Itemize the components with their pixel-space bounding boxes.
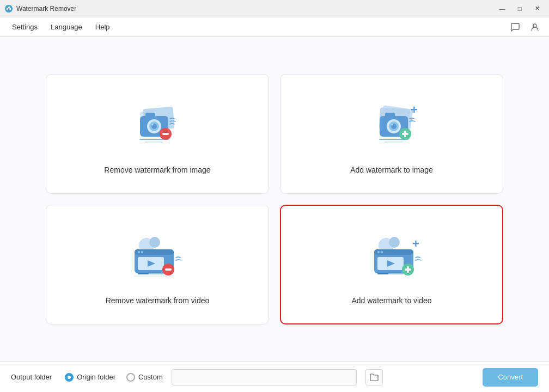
output-folder-label: Output folder [11,373,52,381]
svg-point-39 [138,251,140,253]
radio-custom-circle [126,373,135,382]
cards-grid: Remove watermark from image [46,74,503,324]
svg-rect-43 [165,268,172,271]
card-add-video[interactable]: + Add watermark to video [280,205,503,324]
add-video-label: Add watermark to video [351,296,431,305]
browse-folder-button[interactable] [365,369,383,385]
radio-custom[interactable]: Custom [126,373,163,382]
convert-button[interactable]: Convert [483,368,538,387]
svg-rect-16 [162,133,169,135]
svg-point-12 [152,124,154,126]
svg-point-2 [8,8,10,10]
svg-point-32 [149,237,160,248]
remove-video-illustration [125,228,190,287]
radio-group: Origin folder Custom [65,373,163,382]
menu-help[interactable]: Help [90,21,115,33]
minimize-button[interactable]: — [495,3,510,14]
remove-video-label: Remove watermark from video [106,296,210,305]
chat-icon-button[interactable] [508,20,523,35]
remove-image-illustration [125,97,190,157]
user-icon [530,22,540,32]
folder-icon [370,373,379,381]
menu-settings[interactable]: Settings [7,21,43,33]
menu-bar: Settings Language Help [0,17,549,37]
user-icon-button[interactable] [527,20,542,35]
svg-point-45 [389,237,400,248]
card-remove-video[interactable]: Remove watermark from video [46,205,269,324]
svg-point-24 [392,124,393,126]
svg-text:+: + [411,103,418,117]
app-title: Watermark Remover [16,5,76,13]
svg-rect-29 [404,131,406,137]
svg-point-53 [381,251,383,253]
bottom-bar: Output folder Origin folder Custom Conve… [0,362,549,392]
custom-label: Custom [138,373,163,381]
svg-rect-34 [135,249,174,255]
svg-rect-56 [407,266,409,273]
app-icon [4,4,13,13]
card-remove-image[interactable]: Remove watermark from image [46,74,269,194]
svg-rect-38 [138,273,149,274]
menu-language[interactable]: Language [45,21,88,33]
svg-point-52 [377,251,380,253]
menu-items: Settings Language Help [7,21,115,33]
title-bar-controls: — □ ✕ [495,3,545,14]
svg-rect-3 [8,7,10,8]
svg-point-40 [141,251,143,253]
svg-point-4 [533,24,536,27]
path-input[interactable] [172,369,357,385]
svg-text:+: + [412,237,419,250]
maximize-button[interactable]: □ [512,3,527,14]
svg-rect-8 [145,113,155,118]
close-button[interactable]: ✕ [529,3,545,14]
add-image-illustration: + [359,97,424,157]
title-bar: Watermark Remover — □ ✕ [0,0,549,17]
radio-origin-folder[interactable]: Origin folder [65,373,115,382]
menu-icons [508,20,542,35]
svg-rect-47 [374,249,413,255]
add-video-illustration: + [359,228,424,287]
card-add-image[interactable]: + Add watermark to image [280,74,503,194]
chat-icon [510,22,520,32]
radio-origin-circle [65,373,74,382]
add-image-label: Add watermark to image [350,166,433,174]
main-content: Remove watermark from image [0,37,549,362]
svg-rect-20 [385,113,395,118]
title-bar-left: Watermark Remover [4,4,76,13]
svg-rect-51 [377,273,388,274]
remove-image-label: Remove watermark from image [104,166,210,174]
origin-folder-label: Origin folder [77,373,115,381]
